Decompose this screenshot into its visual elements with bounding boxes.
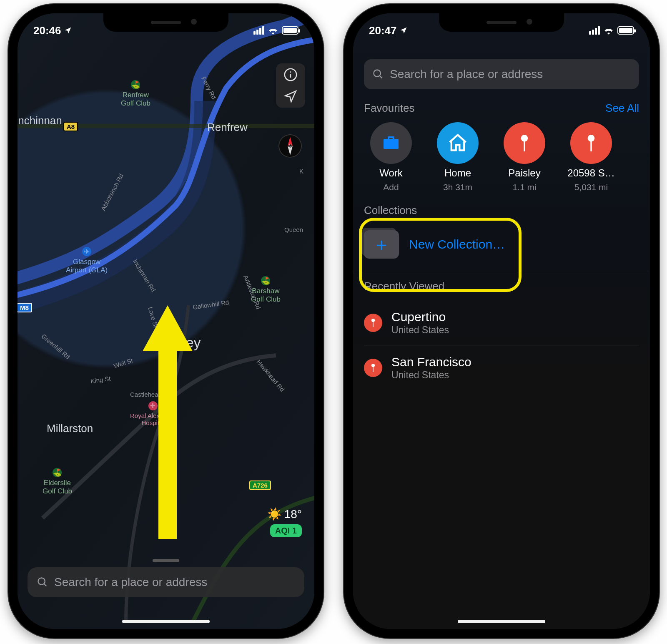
search-field[interactable]: Search for a place or address [28,567,304,597]
notch [103,13,228,32]
location-services-icon [64,26,72,35]
collections-heading: Collections [364,204,417,217]
phone-left: Inchinnan Renfrew Paisley Millarston ⛳Re… [8,4,323,638]
favourites-row[interactable]: Work Add Home 3h 31m Paisley 1.1 mi [364,122,639,192]
battery-icon [282,26,298,35]
favourite-paisley[interactable]: Paisley 1.1 mi [497,122,552,192]
recently-heading: Recently Viewed [364,280,444,293]
search-field[interactable]: Search for a place or address [364,59,639,89]
home-indicator[interactable] [458,620,545,623]
favourite-20598s[interactable]: 20598 S… 5,031 mi [564,122,618,192]
svg-point-6 [38,578,45,585]
info-button[interactable] [283,68,298,82]
svg-rect-14 [590,140,592,151]
road-castlehead: Castlehead [130,391,162,398]
map-controls [276,63,305,108]
pin-icon [364,314,382,332]
briefcase-icon [370,122,412,164]
svg-line-10 [380,76,382,78]
svg-line-7 [44,584,47,586]
favourite-home[interactable]: Home 3h 31m [431,122,485,192]
pin-icon [570,122,612,164]
search-placeholder: Search for a place or address [54,576,207,589]
plus-icon: ＋ [372,235,391,254]
road-sign-a8: A8 [63,122,78,131]
svg-rect-12 [524,140,525,151]
new-collection-label: New Collection… [409,237,505,252]
sun-icon: ☀️ [267,507,282,521]
status-time: 20:46 [33,24,61,37]
screen-right: Search for a place or address Favourites… [353,13,650,629]
house-icon [437,122,479,164]
divider [353,273,650,273]
search-icon [37,576,48,588]
road-sign-a726: A726 [249,480,271,490]
cellular-icon [253,26,264,35]
notch [439,13,564,32]
home-indicator[interactable] [122,620,210,623]
location-services-icon [399,26,408,35]
svg-rect-18 [373,366,374,372]
pin-icon [504,122,545,164]
user-location-dot [165,435,174,444]
battery-icon [617,26,634,35]
search-sheet[interactable]: Search for a place or address Favourites… [353,59,650,629]
svg-point-9 [374,70,381,77]
compass-button[interactable]: N [278,134,302,158]
road-queen: Queen [284,226,303,233]
weather-badge[interactable]: ☀️18° AQI 1 [267,507,302,537]
pin-icon [364,359,382,377]
road-sign-m8: M8 [18,303,32,312]
status-time: 20:47 [369,24,397,37]
search-placeholder: Search for a place or address [390,68,543,81]
favourite-work[interactable]: Work Add [364,122,418,192]
favourites-heading: Favourites [364,102,414,115]
cellular-icon [589,26,600,35]
aqi-badge: AQI 1 [270,524,302,537]
locate-button[interactable] [283,89,298,103]
phone-right: Search for a place or address Favourites… [344,4,659,638]
svg-rect-16 [373,321,374,327]
new-collection-icon: ＋ [364,230,399,259]
see-all-link[interactable]: See All [605,102,639,115]
svg-text:N: N [288,144,291,148]
search-icon [372,68,384,80]
screen-left: Inchinnan Renfrew Paisley Millarston ⛳Re… [18,13,314,629]
wifi-icon [603,26,614,35]
wifi-icon [268,26,278,35]
sheet-drag-handle[interactable] [153,559,179,562]
svg-point-2 [290,71,291,73]
new-collection-button[interactable]: ＋ New Collection… [364,224,639,266]
recent-san-francisco[interactable]: San Francisco United States [364,345,639,390]
road-k: K [299,168,303,175]
weather-temp-value: 18° [284,508,302,521]
recent-cupertino[interactable]: Cupertino United States [364,300,639,345]
